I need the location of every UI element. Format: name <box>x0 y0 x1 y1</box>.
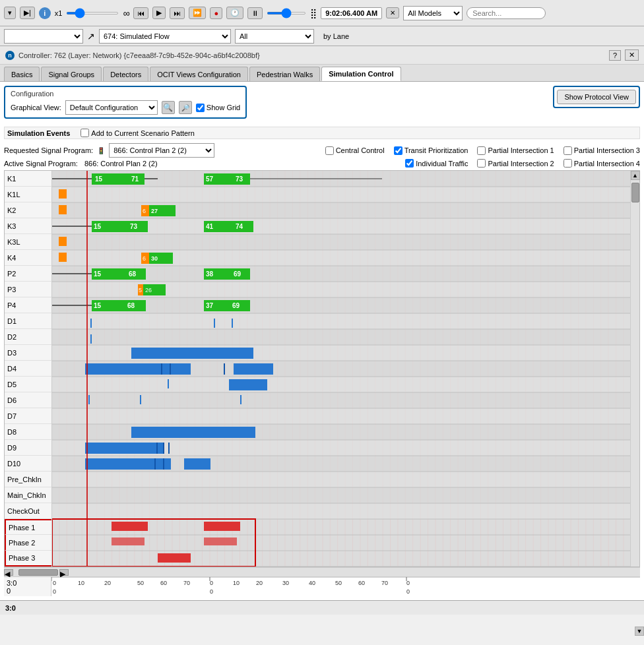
transit-checkbox[interactable] <box>394 146 402 155</box>
show-protocol-btn[interactable]: Show Protocol View <box>557 90 636 104</box>
dropdown-btn1[interactable]: ▾ <box>4 7 16 19</box>
row-label-pre-chkin: Pre_ChkIn <box>5 472 51 487</box>
svg-text:0: 0 <box>406 588 410 595</box>
row-label-p2: P2 <box>5 266 51 282</box>
signal-program-dropdown[interactable]: 866: Control Plan 2 (2) <box>109 143 214 158</box>
partial3-checkbox[interactable] <box>564 146 572 155</box>
skip-back-btn[interactable]: ⏮ <box>133 7 148 19</box>
svg-text:0: 0 <box>210 588 213 595</box>
tab-signal-groups[interactable]: Signal Groups <box>41 67 102 81</box>
show-grid-label[interactable]: Show Grid <box>196 104 240 112</box>
svg-text:0: 0 <box>53 588 56 595</box>
row-label-main-chkin: Main_ChkIn <box>5 487 51 503</box>
zoom-out-btn[interactable]: 🔎 <box>179 101 192 114</box>
active-label: Active Signal Program: <box>4 160 78 168</box>
sim-dropdown[interactable] <box>4 29 83 44</box>
svg-rect-24 <box>52 503 630 519</box>
h-scroll-thumb[interactable] <box>18 569 58 576</box>
svg-rect-108 <box>140 395 141 404</box>
partial4-checkbox[interactable] <box>564 159 572 168</box>
svg-text:0: 0 <box>210 580 213 586</box>
row-labels: K1 K1L K2 K3 K3L K4 P2 P3 P4 D1 D2 D3 D4… <box>5 171 52 567</box>
flow-dropdown[interactable]: 674: Simulated Flow <box>99 29 231 44</box>
speed-slider[interactable] <box>66 12 119 15</box>
active-signal-left: Active Signal Program: 866: Control Plan… <box>4 160 346 168</box>
status-text: 3:0 <box>5 604 16 612</box>
partial4-label[interactable]: Partial Intersection 4 <box>564 159 640 168</box>
scroll-thumb[interactable] <box>631 183 639 202</box>
by-lane-label: by Lane <box>323 32 349 40</box>
info-btn[interactable]: i <box>39 7 51 19</box>
central-control-label[interactable]: Central Control <box>325 146 385 155</box>
skip-fwd-btn[interactable]: ⏭ <box>170 7 185 19</box>
tab-ocit-views[interactable]: OCIT Views Configuration <box>150 67 248 81</box>
svg-rect-121 <box>204 522 240 531</box>
zoom-in-btn[interactable]: 🔍 <box>162 101 175 114</box>
svg-rect-120 <box>112 522 148 531</box>
row-label-k1: K1 <box>5 171 51 187</box>
transit-label[interactable]: Transit Prioritization <box>394 146 468 155</box>
gantt-chart: 15 71 57 73 6 27 15 73 41 <box>52 171 630 567</box>
partial2-checkbox[interactable] <box>477 159 486 168</box>
tab-basics[interactable]: Basics <box>4 67 40 81</box>
row-label-k2: K2 <box>5 202 51 218</box>
svg-rect-58 <box>59 189 67 199</box>
tab-pedestrian[interactable]: Pedestrian Walks <box>249 67 320 81</box>
time-display: 9:02:06.400 AM <box>321 7 382 19</box>
row-label-p3: P3 <box>5 282 51 297</box>
row-label-d7: D7 <box>5 408 51 424</box>
nav-icon: ↗ <box>87 31 95 42</box>
svg-rect-13 <box>52 329 630 345</box>
svg-rect-23 <box>52 487 630 503</box>
secondary-toolbar: ↗ 674: Simulated Flow All by Lane <box>0 26 644 46</box>
show-grid-checkbox[interactable] <box>196 104 205 112</box>
svg-rect-98 <box>90 334 92 344</box>
scroll-down-btn[interactable]: ▼ <box>635 627 644 636</box>
svg-text:73: 73 <box>130 223 138 230</box>
record-btn[interactable]: ● <box>210 7 222 19</box>
central-control-checkbox[interactable] <box>325 146 334 155</box>
partial1-label[interactable]: Partial Intersection 1 <box>477 146 554 155</box>
tab-detectors[interactable]: Detectors <box>103 67 148 81</box>
fast-fwd-btn[interactable]: ⏩ <box>189 7 206 19</box>
add-pattern-label[interactable]: Add to Current Scenario Pattern <box>80 129 195 137</box>
partial3-label[interactable]: Partial Intersection 3 <box>564 146 640 155</box>
infinity-btn[interactable]: ∞ <box>123 8 129 18</box>
position-slider[interactable] <box>267 12 306 15</box>
close-btn[interactable]: ✕ <box>625 49 639 61</box>
scroll-right-btn[interactable]: ▶ <box>59 569 69 576</box>
scroll-up-btn[interactable]: ▲ <box>631 171 640 180</box>
svg-rect-4 <box>52 187 630 202</box>
vertical-scrollbar[interactable]: ▲ ▼ <box>630 171 639 567</box>
partial2-label[interactable]: Partial Intersection 2 <box>477 159 554 168</box>
row-label-d5: D5 <box>5 377 51 392</box>
window-title: Controller: 762 (Layer: Network) {c7eeaa… <box>18 51 260 59</box>
clock-btn[interactable]: 🕐 <box>226 7 243 19</box>
individual-label[interactable]: Individual Traffic <box>405 159 468 168</box>
time-close-btn[interactable]: ✕ <box>386 7 399 18</box>
row-label-d2: D2 <box>5 329 51 345</box>
individual-checkbox[interactable] <box>405 159 414 168</box>
tab-simulation-control[interactable]: Simulation Control <box>321 67 401 81</box>
time-axis: 3:0 0 0 10 20 50 60 70 0 10 20 30 40 50 … <box>4 576 640 596</box>
add-pattern-checkbox[interactable] <box>80 129 89 137</box>
svg-text:68: 68 <box>129 270 137 278</box>
scroll-left-btn[interactable]: ◀ <box>4 569 13 576</box>
svg-text:10: 10 <box>233 580 240 586</box>
row-label-d8: D8 <box>5 424 51 440</box>
play-btn2[interactable]: ▶ <box>152 7 166 19</box>
signal-icon: 🚦 <box>97 147 105 154</box>
horizontal-scrollbar[interactable]: ◀ ▶ <box>4 567 640 576</box>
pause-btn[interactable]: ⏸ <box>247 7 263 19</box>
graphical-view-dropdown[interactable]: Default Configuration <box>65 100 158 115</box>
row-label-checkout: CheckOut <box>5 503 51 519</box>
svg-rect-116 <box>154 458 156 470</box>
all-dropdown[interactable]: All <box>235 29 314 44</box>
time-label-top: 3:0 <box>7 579 16 587</box>
models-dropdown[interactable]: All Models <box>403 6 463 20</box>
row-label-k1l: K1L <box>5 187 51 202</box>
partial1-checkbox[interactable] <box>477 146 486 155</box>
search-input[interactable] <box>467 7 546 19</box>
help-btn[interactable]: ? <box>609 50 621 61</box>
play-btn[interactable]: ▶| <box>20 7 35 19</box>
